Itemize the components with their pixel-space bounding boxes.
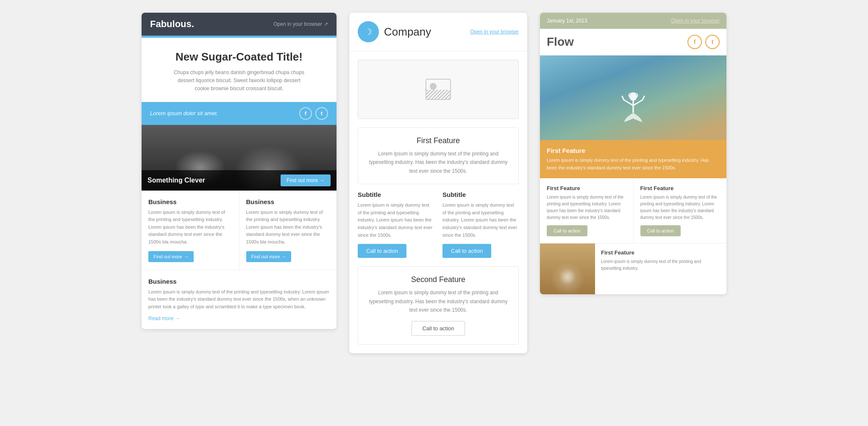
card2-open-browser[interactable]: Open in your browser [470,29,519,35]
tea-image [540,243,595,294]
image-placeholder-icon [426,79,451,100]
card1-open-browser[interactable]: Open in your browser ↗ [273,21,328,27]
card1-col2-title: Business [246,198,330,205]
card2-col2: Subtitle Lorem ipsum is simply dummy tex… [438,191,519,258]
email-template-1: Fabulous. Open in your browser ↗ New Sug… [142,13,337,329]
card3-hero-image [540,55,726,140]
card3-orange-band: First Feature Lorem ipsum is simply dumm… [540,140,726,178]
card1-col2: Business Lorem ipsum is simply dummy tex… [239,191,337,270]
card1-hero-text: Chupa chups jelly beans danish gingerbre… [171,69,307,93]
card3-bottom-text: Lorem ipsum is simply dummy text of the … [601,258,721,272]
card2-first-feature: First Feature Lorem Ipsum is simply dumm… [358,127,519,184]
twitter-icon[interactable]: t [315,107,328,120]
card3-date: January 1st, 2013 [547,18,587,24]
card2-two-column: Subtitle Lorem ipsum is simply dummy tex… [358,191,519,258]
card1-find-out-button[interactable]: Find out more [281,174,331,186]
card1-bottom-text: Lorem ipsum is simply dummy text of the … [148,288,330,311]
card3-col1-title: First Feature [547,185,626,191]
card1-bottom-title: Business [148,278,330,285]
card1-two-column: Business Lorem ipsum is simply dummy tex… [142,191,337,270]
card1-caption-title: Something Clever [147,177,205,184]
svg-point-0 [629,93,637,101]
yoga-figure-icon [618,91,648,138]
card2-col1: Subtitle Lorem ipsum is simply dummy tex… [358,191,438,258]
card1-col1-text: Lorem ipsum is simply dummy text of the … [148,209,232,246]
card3-brand-bar: Flow f t [540,29,726,55]
card3-orange-text: Lorem ipsum is simply dummy text of the … [547,157,720,172]
card1-image-caption: Something Clever Find out more [142,170,337,191]
card3-orange-title: First Feature [547,147,720,154]
card1-social-text: Lorem ipsum dolor sit amet. [150,110,218,116]
card1-logo: Fabulous. [150,19,194,30]
card2-col1-text: Lorem ipsum is simply dummy text of the … [358,202,434,239]
card2-cta3-button[interactable]: Call to action [412,321,465,336]
card3-twitter-icon[interactable]: t [705,35,720,49]
card1-hero: New Sugar-Coated Title! Chupa chups jell… [142,38,337,102]
rebel-alliance-icon: ☽ [364,27,372,37]
card1-col2-button[interactable]: Find out more [246,251,292,262]
card1-social-bar: Lorem ipsum dolor sit amet. f t [142,102,337,125]
card2-cta2-button[interactable]: Call to action [442,244,491,258]
card2-second-feature: Second Feature Lorem ipsum is simply dum… [358,266,519,345]
card3-facebook-icon[interactable]: f [687,35,702,49]
card2-first-feature-text: Lorem Ipsum is simply dummy text of the … [367,149,510,175]
card3-bottom-section: First Feature Lorem ipsum is simply dumm… [540,243,726,294]
card2-col2-text: Lorem ipsum is simply dummy text of the … [442,202,519,239]
card1-read-more-link[interactable]: Read more [148,315,330,321]
card3-header: January 1st, 2013 Open in your browser [540,13,726,29]
email-template-2: ☽ Company Open in your browser First Fea… [349,13,527,353]
external-link-icon: ↗ [324,21,328,27]
card3-col1: First Feature Lorem ipsum is simply dumm… [540,178,634,243]
email-template-3: January 1st, 2013 Open in your browser F… [540,13,726,294]
card1-bottom-section: Business Lorem ipsum is simply dummy tex… [142,270,337,329]
card2-second-feature-text: Lorem ipsum is simply dummy text of the … [367,288,510,314]
card3-bottom-image [540,243,595,294]
card2-header: ☽ Company Open in your browser [349,13,527,51]
card3-col2-title: First Feature [640,185,720,191]
card1-social-icons: f t [299,107,328,120]
arrow-icon [184,254,189,259]
card3-bottom-title: First Feature [601,249,721,256]
card1-hero-image: Something Clever Find out more [142,125,337,191]
card3-cta1-button[interactable]: Call to action [547,225,587,236]
card2-second-feature-title: Second Feature [367,275,510,284]
arrow-icon [281,254,286,259]
card3-two-column: First Feature Lorem ipsum is simply dumm… [540,178,726,243]
card3-col2-text: Lorem ipsum is simply dummy text of the … [640,194,720,221]
card1-col1-button[interactable]: Find out more [148,251,194,262]
card3-col2: First Feature Lorem ipsum is simply dumm… [634,178,727,243]
card1-hero-title: New Sugar-Coated Title! [150,50,328,64]
card2-logo-area: ☽ Company [358,21,431,42]
card3-open-browser[interactable]: Open in your browser [671,18,720,24]
card2-col1-subtitle: Subtitle [358,191,434,198]
card2-image-section [358,60,519,119]
arrow-icon [320,177,325,183]
arrow-icon [175,315,180,321]
card3-brand-name: Flow [547,35,574,49]
card2-col2-subtitle: Subtitle [442,191,519,198]
card3-col1-text: Lorem ipsum is simply dummy text of the … [547,194,626,221]
card1-col1: Business Lorem ipsum is simply dummy tex… [142,191,239,270]
card3-social-icons: f t [687,35,720,49]
card3-cta2-button[interactable]: Call to action [640,225,681,236]
facebook-icon[interactable]: f [299,107,312,120]
card1-col2-text: Lorem ipsum is simply dummy text of the … [246,209,330,246]
card1-col1-title: Business [148,198,232,205]
card2-logo-circle: ☽ [358,21,379,42]
card2-company-name: Company [384,25,431,39]
card1-header: Fabulous. Open in your browser ↗ [142,13,337,36]
card2-cta1-button[interactable]: Call to action [358,244,406,258]
card2-first-feature-title: First Feature [367,136,510,145]
card3-bottom-content: First Feature Lorem ipsum is simply dumm… [595,243,726,294]
